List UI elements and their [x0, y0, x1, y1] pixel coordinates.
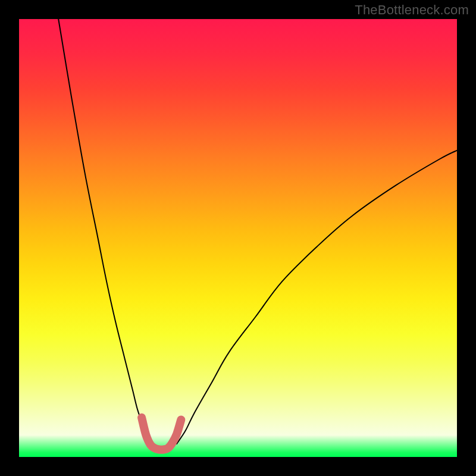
left-branch-path [58, 19, 151, 444]
attribution-text: TheBottleneck.com [355, 2, 469, 18]
right-branch-path [177, 151, 457, 444]
curve-svg [19, 19, 457, 457]
trough-marker-path [142, 418, 181, 450]
plot-area [19, 19, 457, 457]
chart-frame: TheBottleneck.com [0, 0, 476, 476]
